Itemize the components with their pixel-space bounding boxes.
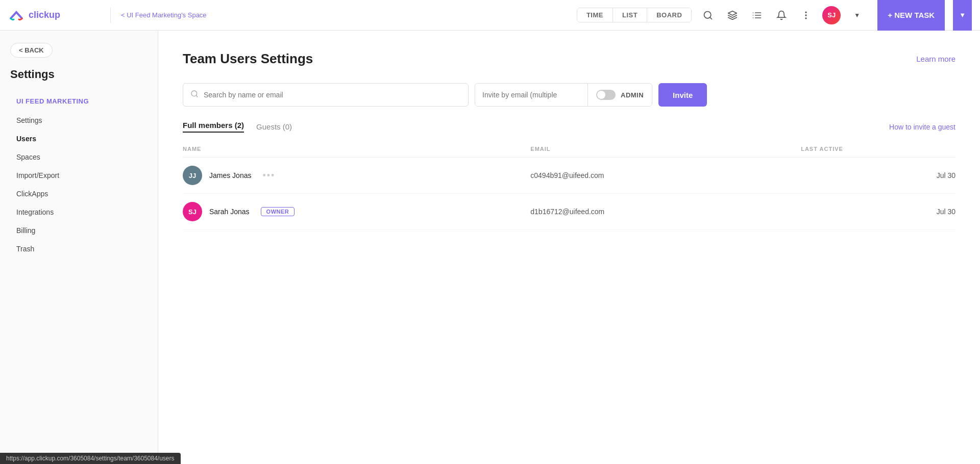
avatar-caret-icon[interactable]: ▼ bbox=[849, 7, 865, 23]
member-cell: SJ Sarah Jonas OWNER bbox=[183, 202, 530, 221]
new-task-caret-button[interactable]: ▼ bbox=[953, 0, 972, 31]
table-row: JJ James Jonas ••• c0494b91@uifeed.comJu… bbox=[183, 158, 955, 194]
sidebar: < BACK Settings UI FEED MARKETING Settin… bbox=[0, 31, 158, 464]
back-button[interactable]: < BACK bbox=[10, 43, 53, 58]
app-body: < BACK Settings UI FEED MARKETING Settin… bbox=[0, 31, 980, 464]
sidebar-item-import-export[interactable]: Import/Export bbox=[10, 166, 148, 185]
view-tabs: TIME LIST BOARD bbox=[577, 8, 692, 22]
sidebar-item-clickapps[interactable]: ClickApps bbox=[10, 185, 148, 203]
member-cell: JJ James Jonas ••• bbox=[183, 166, 530, 185]
how-to-invite-link[interactable]: How to invite a guest bbox=[889, 123, 955, 131]
member-dots[interactable]: ••• bbox=[262, 170, 275, 181]
cube-icon[interactable] bbox=[724, 7, 741, 23]
tab-full-members[interactable]: Full members (2) bbox=[183, 121, 244, 133]
admin-toggle-area: ADMIN bbox=[587, 84, 652, 106]
learn-more-link[interactable]: Learn more bbox=[916, 55, 955, 63]
member-name-cell-sarah-jonas: SJ Sarah Jonas OWNER bbox=[183, 194, 530, 230]
breadcrumb-area: < UI Feed Marketing's Space bbox=[121, 11, 569, 19]
sidebar-item-spaces[interactable]: Spaces bbox=[10, 148, 148, 166]
logo-icon bbox=[8, 7, 24, 23]
member-last-active-cell: Jul 30 bbox=[801, 194, 955, 230]
admin-label: ADMIN bbox=[621, 91, 644, 99]
member-avatar: JJ bbox=[183, 166, 202, 185]
invite-bar: ADMIN Invite bbox=[183, 83, 955, 107]
member-name-cell-james-jonas: JJ James Jonas ••• bbox=[183, 158, 530, 194]
svg-marker-2 bbox=[728, 11, 737, 15]
svg-point-11 bbox=[805, 18, 806, 19]
sidebar-item-trash[interactable]: Trash bbox=[10, 240, 148, 258]
svg-line-1 bbox=[710, 17, 712, 19]
tab-guests[interactable]: Guests (0) bbox=[256, 122, 292, 131]
sidebar-item-integrations[interactable]: Integrations bbox=[10, 203, 148, 221]
svg-point-9 bbox=[805, 12, 806, 13]
svg-line-13 bbox=[196, 95, 198, 97]
member-email-cell: d1b16712@uifeed.com bbox=[530, 194, 801, 230]
page-title: Team Users Settings bbox=[183, 51, 313, 67]
sidebar-item-users[interactable]: Users bbox=[10, 130, 148, 148]
table-header-row: NAME EMAIL LAST ACTIVE bbox=[183, 141, 955, 158]
th-last-active: LAST ACTIVE bbox=[801, 141, 955, 158]
nav-icons: SJ ▼ bbox=[700, 6, 865, 24]
owner-badge: OWNER bbox=[261, 207, 295, 216]
search-icon[interactable] bbox=[700, 7, 716, 23]
tab-board[interactable]: BOARD bbox=[647, 8, 691, 22]
admin-toggle[interactable] bbox=[596, 90, 616, 100]
nav-divider bbox=[110, 8, 111, 23]
member-last-active-cell: Jul 30 bbox=[801, 158, 955, 194]
invite-button[interactable]: Invite bbox=[658, 83, 707, 107]
invite-email-input[interactable] bbox=[475, 84, 587, 106]
page-header: Team Users Settings Learn more bbox=[183, 51, 955, 67]
search-input[interactable] bbox=[204, 91, 461, 99]
toggle-knob bbox=[597, 91, 605, 99]
sidebar-item-settings[interactable]: Settings bbox=[10, 111, 148, 130]
more-icon[interactable] bbox=[798, 7, 814, 23]
topnav: clickup < UI Feed Marketing's Space TIME… bbox=[0, 0, 980, 31]
list-icon[interactable] bbox=[749, 7, 765, 23]
main-content: Team Users Settings Learn more ADMIN bbox=[158, 31, 980, 464]
bell-icon[interactable] bbox=[773, 7, 790, 23]
members-table: NAME EMAIL LAST ACTIVE JJ James Jonas ••… bbox=[183, 141, 955, 230]
member-avatar: SJ bbox=[183, 202, 202, 221]
tabs-left: Full members (2) Guests (0) bbox=[183, 121, 292, 133]
member-name: James Jonas bbox=[209, 171, 251, 179]
search-box bbox=[183, 83, 469, 107]
table-row: SJ Sarah Jonas OWNER d1b16712@uifeed.com… bbox=[183, 194, 955, 230]
breadcrumb-back[interactable]: < UI Feed Marketing's Space bbox=[121, 11, 207, 19]
th-name: NAME bbox=[183, 141, 530, 158]
svg-point-10 bbox=[805, 15, 806, 16]
members-tabs: Full members (2) Guests (0) How to invit… bbox=[183, 121, 955, 133]
sidebar-item-billing[interactable]: Billing bbox=[10, 221, 148, 240]
th-email: EMAIL bbox=[530, 141, 801, 158]
sidebar-heading: Settings bbox=[10, 68, 148, 81]
member-name: Sarah Jonas bbox=[209, 208, 250, 216]
tab-time[interactable]: TIME bbox=[577, 8, 613, 22]
tab-list[interactable]: LIST bbox=[613, 8, 647, 22]
status-bar: https://app.clickup.com/3605084/settings… bbox=[0, 453, 181, 464]
sidebar-item-ui-feed-marketing[interactable]: UI FEED MARKETING bbox=[10, 93, 148, 109]
search-icon bbox=[190, 90, 199, 100]
member-email-cell: c0494b91@uifeed.com bbox=[530, 158, 801, 194]
logo-area: clickup bbox=[8, 7, 100, 23]
user-avatar[interactable]: SJ bbox=[822, 6, 841, 24]
logo-text: clickup bbox=[29, 10, 60, 20]
invite-email-box: ADMIN bbox=[475, 83, 652, 107]
new-task-button[interactable]: + NEW TASK bbox=[877, 0, 945, 31]
